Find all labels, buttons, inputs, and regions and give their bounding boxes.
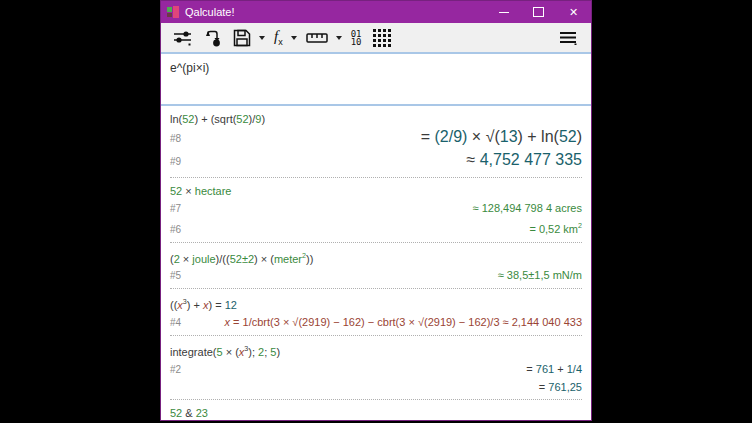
history-result-row: #4x = 1/cbrt(3 × √(2919) − 162) − cbrt(3… (170, 315, 582, 330)
history-index-label: #5 (170, 269, 181, 283)
functions-button[interactable]: fx (270, 26, 287, 50)
history-result: = 761,25 (170, 380, 582, 394)
qalculate-window: Qalculate! ✕ (160, 0, 592, 421)
mode-settings-button[interactable] (169, 26, 196, 50)
history-entry[interactable]: (2 × joule)/((52±2) × (meter2))#5≈ 38,5±… (170, 243, 582, 290)
history-index-label: #8 (170, 129, 181, 149)
units-dropdown-caret[interactable] (336, 36, 342, 40)
history-result-row: #9≈ 4,752 477 335 (170, 150, 582, 172)
minimize-button[interactable] (486, 1, 521, 23)
titlebar[interactable]: Qalculate! ✕ (161, 1, 591, 23)
save-dropdown-caret[interactable] (259, 36, 265, 40)
menu-button[interactable] (555, 26, 581, 50)
history-expression: ln(52) + (sqrt(52)/9) (170, 112, 582, 126)
history-result: ≈ 4,752 477 335 (181, 150, 582, 170)
history-result: = (2/9) × √(13) + ln(52) (181, 127, 582, 147)
history-entry[interactable]: 52 × hectare#7≈ 128,494 798 4 acres#6= 0… (170, 178, 582, 243)
history-expression: 52 × hectare (170, 184, 582, 198)
binary-digits-icon: 01 10 (351, 30, 362, 46)
history-entry[interactable]: ((x3) + x) = 12#4x = 1/cbrt(3 × √(2919) … (170, 289, 582, 336)
history-expression: integrate(5 × (x3); 2; 5) (170, 342, 582, 359)
expression-text: e^(pi×i) (170, 61, 209, 75)
keypad-grid-icon (373, 29, 391, 47)
tune-sliders-icon (173, 29, 192, 46)
history-index-label: #9 (170, 152, 181, 172)
history-result: ≈ 38,5±1,5 mN/m (181, 268, 582, 282)
history-expression: (2 × joule)/((52±2) × (meter2)) (170, 249, 582, 266)
window-title: Qalculate! (185, 1, 235, 23)
history-entry[interactable]: integrate(5 × (x3); 2; 5)#2= 761 + 1/4= … (170, 336, 582, 400)
history-list: ln(52) + (sqrt(52)/9)#8= (2/9) × √(13) +… (161, 106, 591, 420)
expression-input[interactable]: e^(pi×i) (161, 54, 591, 106)
history-result: ≈ 128,494 798 4 acres (181, 201, 582, 215)
history-result: x = 1/cbrt(3 × √(2919) − 162) − cbrt(3 ×… (181, 315, 582, 329)
history-result-row: #7≈ 128,494 798 4 acres (170, 201, 582, 216)
convert-button[interactable] (199, 26, 226, 50)
units-button[interactable] (302, 26, 332, 50)
history-index-label: #7 (170, 202, 181, 216)
window-controls: ✕ (486, 1, 591, 23)
history-result-row: #5≈ 38,5±1,5 mN/m (170, 268, 582, 283)
floppy-save-icon (233, 29, 251, 47)
history-expression: 52 & 23 (170, 406, 582, 420)
history-index-label: #4 (170, 316, 181, 330)
number-bases-button[interactable]: 01 10 (347, 26, 366, 50)
history-index-label: #2 (170, 363, 181, 377)
history-result: = 0,52 km2 (181, 219, 582, 236)
ruler-icon (306, 32, 328, 44)
minimize-icon (499, 12, 509, 13)
history-entry[interactable]: 52 & 23#1= 0001 0100,= 20 (170, 400, 582, 420)
function-fx-icon: fx (274, 28, 283, 47)
toolbar: fx 01 10 (161, 23, 591, 54)
history-expression: ((x3) + x) = 12 (170, 295, 582, 312)
maximize-icon (533, 7, 544, 17)
history-entry[interactable]: ln(52) + (sqrt(52)/9)#8= (2/9) × √(13) +… (170, 106, 582, 178)
maximize-button[interactable] (521, 1, 556, 23)
save-button[interactable] (229, 26, 255, 50)
close-icon: ✕ (569, 7, 578, 18)
history-result-row: #8= (2/9) × √(13) + ln(52) (170, 127, 582, 149)
history-result-row: #2= 761 + 1/4 (170, 362, 582, 377)
close-button[interactable]: ✕ (556, 1, 591, 23)
history-result-row: #6= 0,52 km2 (170, 219, 582, 237)
history-result-row: = 761,25 (170, 380, 582, 394)
history-result: = 761 + 1/4 (181, 362, 582, 376)
app-icon (167, 6, 179, 18)
history-index-label: #6 (170, 223, 181, 237)
functions-dropdown-caret[interactable] (291, 36, 297, 40)
hamburger-menu-icon (559, 30, 577, 45)
keypad-button[interactable] (369, 26, 395, 50)
convert-arrow-icon (203, 29, 222, 47)
